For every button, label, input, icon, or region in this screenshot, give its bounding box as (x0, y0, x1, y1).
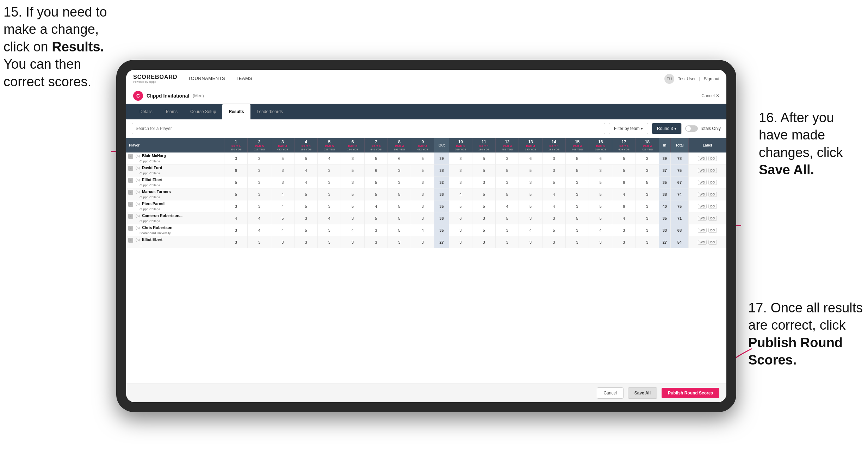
drag-handle[interactable]: ⠿ (128, 202, 133, 207)
score-h13[interactable]: 4 (519, 224, 542, 236)
score-h2[interactable]: 3 (248, 188, 271, 200)
wd-button[interactable]: WD (698, 240, 707, 245)
score-h14[interactable]: 3 (542, 164, 565, 176)
score-h6[interactable]: 5 (341, 188, 364, 200)
nav-teams[interactable]: TEAMS (236, 76, 252, 82)
score-h4[interactable]: 3 (294, 212, 317, 224)
score-h9[interactable]: 3 (411, 188, 434, 200)
score-h7[interactable]: 3 (364, 224, 388, 236)
score-h7[interactable]: 5 (364, 188, 388, 200)
wd-button[interactable]: WD (698, 180, 707, 185)
score-h13[interactable]: 3 (519, 176, 542, 188)
score-h9[interactable]: 4 (411, 224, 434, 236)
score-h1[interactable]: 3 (224, 200, 248, 212)
score-h9[interactable]: 3 (411, 236, 434, 248)
score-h7[interactable]: 4 (364, 200, 388, 212)
score-h5[interactable]: 3 (318, 164, 341, 176)
score-h5[interactable]: 3 (318, 176, 341, 188)
dq-button[interactable]: DQ (708, 240, 717, 245)
score-h11[interactable]: 5 (472, 224, 495, 236)
score-h4[interactable]: 5 (294, 200, 317, 212)
dq-button[interactable]: DQ (708, 228, 717, 233)
score-h17[interactable]: 5 (612, 164, 636, 176)
score-h3[interactable]: 5 (271, 152, 294, 164)
dq-button[interactable]: DQ (708, 204, 717, 209)
tab-course-setup[interactable]: Course Setup (184, 104, 222, 119)
score-h9[interactable]: 5 (411, 152, 434, 164)
round-button[interactable]: Round 3 ▾ (652, 123, 682, 134)
wd-button[interactable]: WD (698, 192, 707, 197)
score-h8[interactable]: 5 (388, 188, 411, 200)
score-h3[interactable]: 3 (271, 236, 294, 248)
score-h18[interactable]: 3 (636, 188, 659, 200)
score-h2[interactable]: 4 (248, 224, 271, 236)
score-h8[interactable]: 3 (388, 164, 411, 176)
totals-switch[interactable] (685, 125, 698, 132)
score-h2[interactable]: 4 (248, 212, 271, 224)
score-h4[interactable]: 5 (294, 188, 317, 200)
score-h2[interactable]: 3 (248, 164, 271, 176)
score-h6[interactable]: 3 (341, 236, 364, 248)
drag-handle[interactable]: ⠿ (128, 178, 133, 183)
publish-button[interactable]: Publish Round Scores (662, 388, 719, 398)
breadcrumb-cancel[interactable]: Cancel ✕ (701, 93, 719, 98)
score-h7[interactable]: 6 (364, 164, 388, 176)
score-h18[interactable]: 3 (636, 212, 659, 224)
score-h18[interactable]: 3 (636, 236, 659, 248)
score-h2[interactable]: 3 (248, 152, 271, 164)
search-input[interactable] (132, 123, 605, 134)
dq-button[interactable]: DQ (708, 216, 717, 221)
score-h3[interactable]: 4 (271, 224, 294, 236)
tab-teams[interactable]: Teams (159, 104, 184, 119)
score-h4[interactable]: 3 (294, 236, 317, 248)
score-h8[interactable]: 5 (388, 212, 411, 224)
score-h16[interactable]: 4 (589, 224, 612, 236)
score-h13[interactable]: 3 (519, 236, 542, 248)
score-h4[interactable]: 4 (294, 176, 317, 188)
score-h3[interactable]: 4 (271, 188, 294, 200)
score-h17[interactable]: 4 (612, 212, 636, 224)
score-h5[interactable]: 3 (318, 188, 341, 200)
score-h12[interactable]: 5 (496, 164, 519, 176)
wd-button[interactable]: WD (698, 228, 707, 233)
score-h16[interactable]: 5 (589, 176, 612, 188)
score-h4[interactable]: 4 (294, 164, 317, 176)
score-h12[interactable]: 3 (496, 224, 519, 236)
score-h10[interactable]: 5 (449, 200, 472, 212)
score-h13[interactable]: 3 (519, 212, 542, 224)
score-h6[interactable]: 5 (341, 200, 364, 212)
drag-handle[interactable]: ⠿ (128, 214, 133, 219)
dq-button[interactable]: DQ (708, 168, 717, 173)
score-h16[interactable]: 5 (589, 212, 612, 224)
score-h2[interactable]: 3 (248, 236, 271, 248)
score-h11[interactable]: 5 (472, 188, 495, 200)
score-h14[interactable]: 4 (542, 200, 565, 212)
score-h8[interactable]: 3 (388, 236, 411, 248)
wd-button[interactable]: WD (698, 216, 707, 221)
score-h15[interactable]: 3 (565, 188, 589, 200)
score-h15[interactable]: 3 (565, 176, 589, 188)
drag-handle[interactable]: ⠿ (128, 190, 133, 195)
score-h9[interactable]: 5 (411, 164, 434, 176)
score-h14[interactable]: 4 (542, 188, 565, 200)
score-h3[interactable]: 4 (271, 200, 294, 212)
score-h15[interactable]: 5 (565, 164, 589, 176)
score-h17[interactable]: 3 (612, 236, 636, 248)
score-h1[interactable]: 3 (224, 152, 248, 164)
score-h1[interactable]: 5 (224, 188, 248, 200)
score-h6[interactable]: 5 (341, 164, 364, 176)
score-h12[interactable]: 3 (496, 176, 519, 188)
cancel-footer-button[interactable]: Cancel (597, 387, 623, 399)
score-h15[interactable]: 3 (565, 224, 589, 236)
score-h11[interactable]: 5 (472, 164, 495, 176)
drag-handle[interactable]: ⠿ (128, 226, 133, 231)
save-all-button[interactable]: Save All (628, 387, 657, 399)
score-h10[interactable]: 3 (449, 176, 472, 188)
score-h1[interactable]: 3 (224, 236, 248, 248)
score-h17[interactable]: 3 (612, 224, 636, 236)
score-h5[interactable]: 3 (318, 200, 341, 212)
score-h17[interactable]: 4 (612, 188, 636, 200)
score-h14[interactable]: 5 (542, 224, 565, 236)
wd-button[interactable]: WD (698, 168, 707, 173)
score-h13[interactable]: 5 (519, 188, 542, 200)
